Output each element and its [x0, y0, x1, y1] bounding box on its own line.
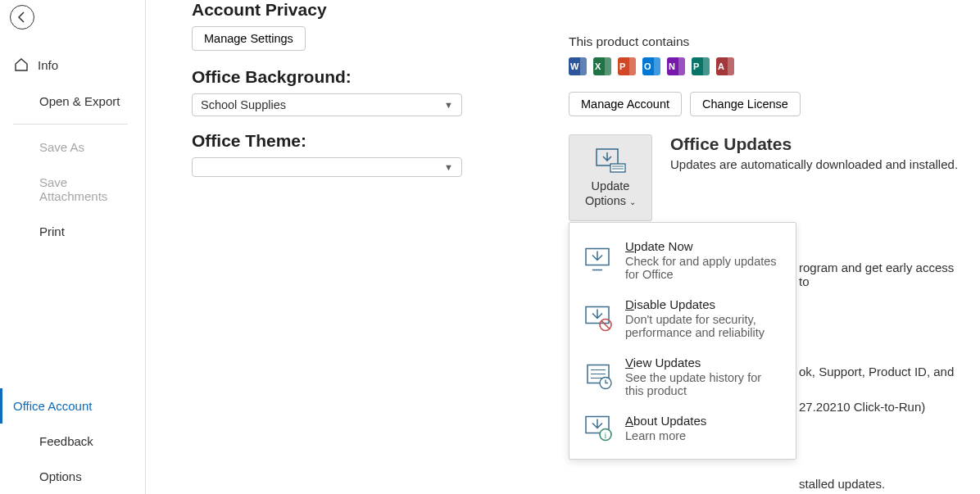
main-content: Account Privacy Manage Settings Office B… — [146, 0, 980, 494]
office-updates-title: Office Updates — [670, 134, 958, 154]
office-background-value: School Supplies — [201, 98, 286, 111]
sidebar-item-open-export[interactable]: Open & Export — [0, 84, 145, 119]
app-icon: P — [618, 57, 636, 75]
bg-text: stalled updates. — [799, 477, 885, 491]
arrow-left-icon — [16, 11, 29, 24]
nav-label: Save Attachments — [39, 175, 135, 203]
app-icon: O — [642, 57, 660, 75]
svg-text:i: i — [605, 431, 607, 440]
update-options-button[interactable]: Update Options ⌄ — [569, 134, 652, 221]
menu-title: Disable Updates — [625, 297, 781, 311]
disable-icon — [584, 297, 614, 339]
office-updates-desc: Updates are automatically downloaded and… — [670, 157, 958, 171]
sidebar-item-save-as[interactable]: Save As — [0, 129, 145, 165]
menu-desc: See the update history for this product — [625, 371, 781, 397]
sidebar-item-feedback[interactable]: Feedback — [0, 424, 145, 459]
back-button[interactable] — [10, 5, 34, 29]
nav-label: Feedback — [39, 434, 93, 448]
svg-rect-1 — [610, 164, 625, 172]
office-theme-title: Office Theme: — [192, 131, 487, 151]
nav-separator — [13, 124, 128, 125]
sidebar-item-office-account[interactable]: Office Account — [0, 388, 145, 424]
menu-item-update-now[interactable]: Update Now Check for and apply updates f… — [569, 231, 796, 289]
sidebar-item-print[interactable]: Print — [0, 214, 145, 249]
menu-desc: Don't update for security, performance a… — [625, 313, 781, 339]
left-column: Account Privacy Manage Settings Office B… — [192, 0, 487, 494]
menu-item-view-updates[interactable]: View Updates See the update history for … — [569, 347, 796, 406]
menu-title: View Updates — [625, 356, 781, 369]
menu-desc: Check for and apply updates for Office — [625, 255, 781, 281]
change-license-button[interactable]: Change License — [690, 92, 801, 116]
sidebar-item-options[interactable]: Options — [0, 459, 145, 494]
about-icon: i — [584, 414, 614, 442]
app-icon: W — [569, 57, 587, 75]
menu-title: Update Now — [625, 239, 781, 253]
nav-label: Office Account — [13, 399, 92, 413]
sidebar-item-save-attachments[interactable]: Save Attachments — [0, 165, 145, 214]
app-icon: N — [667, 57, 685, 75]
history-icon — [584, 356, 614, 397]
nav-label: Info — [38, 58, 58, 72]
nav-label: Save As — [39, 140, 84, 154]
download-icon — [584, 239, 614, 281]
menu-item-disable-updates[interactable]: Disable Updates Don't update for securit… — [569, 289, 796, 347]
right-column: This product contains WXPONPA Manage Acc… — [569, 0, 958, 494]
update-options-icon — [594, 147, 627, 174]
update-block: Update Options ⌄ Office Updates Updates … — [569, 134, 958, 221]
account-privacy-title: Account Privacy — [192, 0, 487, 20]
app-icon: P — [692, 57, 710, 75]
bg-text: ok, Support, Product ID, and — [799, 365, 954, 378]
chevron-down-icon: ▼ — [444, 162, 453, 172]
manage-account-button[interactable]: Manage Account — [569, 92, 682, 116]
nav-label: Open & Export — [39, 94, 120, 108]
app-icon: A — [716, 57, 734, 75]
chevron-down-icon: ▼ — [444, 100, 453, 110]
nav-label: Print — [39, 224, 65, 238]
office-theme-select[interactable]: ▼ — [192, 157, 462, 177]
office-background-title: Office Background: — [192, 67, 487, 87]
manage-settings-button[interactable]: Manage Settings — [192, 26, 306, 51]
sidebar: Info Open & Export Save As Save Attachme… — [0, 0, 146, 494]
app-icon: X — [593, 57, 611, 75]
chevron-down-icon: ⌄ — [629, 197, 636, 206]
home-icon — [13, 57, 29, 73]
update-options-menu: Update Now Check for and apply updates f… — [569, 222, 796, 460]
bg-text: rogram and get early access to — [799, 261, 958, 288]
app-icons-row: WXPONPA — [569, 57, 958, 75]
menu-title: About Updates — [625, 414, 706, 428]
sidebar-item-info[interactable]: Info — [0, 46, 145, 84]
nav-label: Options — [39, 469, 82, 483]
menu-item-about-updates[interactable]: i About Updates Learn more — [569, 406, 796, 451]
update-options-label: Update Options ⌄ — [585, 179, 636, 208]
office-background-select[interactable]: School Supplies ▼ — [192, 93, 462, 116]
bg-text: 27.20210 Click-to-Run) — [799, 400, 925, 414]
product-contains-label: This product contains — [569, 34, 958, 49]
menu-desc: Learn more — [625, 429, 706, 442]
